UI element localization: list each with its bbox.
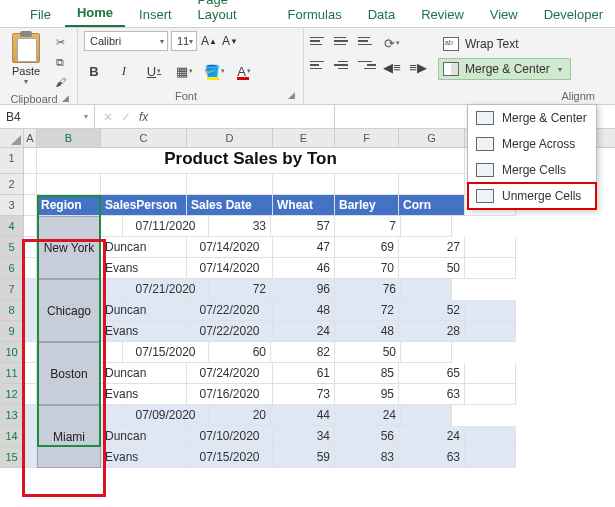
data-cell[interactable]: 61 — [273, 363, 335, 384]
data-cell[interactable]: 07/10/2020 — [187, 426, 273, 447]
row-header[interactable]: 6 — [0, 258, 24, 279]
data-cell[interactable]: 59 — [273, 447, 335, 468]
data-cell[interactable]: 69 — [335, 237, 399, 258]
tab-home[interactable]: Home — [65, 0, 125, 27]
region-cell[interactable]: Boston — [37, 342, 101, 405]
row-header[interactable]: 7 — [0, 279, 24, 300]
header-cell[interactable]: Wheat — [273, 195, 335, 216]
data-cell[interactable]: 70 — [335, 258, 399, 279]
data-cell[interactable]: 63 — [399, 447, 465, 468]
merge-across-item[interactable]: Merge Across — [468, 131, 596, 157]
paste-button[interactable]: Paste ▾ — [6, 31, 46, 91]
region-cell[interactable]: Miami — [37, 405, 101, 468]
data-cell[interactable]: 48 — [273, 300, 335, 321]
data-cell[interactable]: 33 — [209, 216, 271, 237]
row-header[interactable]: 8 — [0, 300, 24, 321]
row-header[interactable]: 13 — [0, 405, 24, 426]
col-header-e[interactable]: E — [273, 129, 335, 147]
col-header-a[interactable]: A — [24, 129, 37, 147]
data-cell[interactable]: 82 — [271, 342, 335, 363]
data-cell[interactable]: 27 — [399, 237, 465, 258]
data-cell[interactable]: Duncan — [101, 237, 187, 258]
col-header-c[interactable]: C — [101, 129, 187, 147]
data-cell[interactable]: 63 — [399, 384, 465, 405]
row-header[interactable]: 11 — [0, 363, 24, 384]
col-header-b[interactable]: B — [37, 129, 101, 147]
data-cell[interactable]: Evans — [101, 447, 187, 468]
data-cell[interactable]: 7 — [335, 216, 401, 237]
row-header[interactable]: 3 — [0, 195, 24, 216]
increase-indent-button[interactable]: ≡▶ — [408, 57, 428, 77]
data-cell[interactable]: 07/11/2020 — [123, 216, 209, 237]
row-header[interactable]: 2 — [0, 174, 24, 195]
tab-data[interactable]: Data — [356, 1, 407, 27]
data-cell[interactable]: 72 — [209, 279, 271, 300]
col-header-d[interactable]: D — [187, 129, 273, 147]
align-middle-button[interactable] — [334, 33, 352, 49]
align-top-button[interactable] — [310, 33, 328, 49]
tab-developer[interactable]: Developer — [532, 1, 615, 27]
title-cell[interactable]: Product Sales by Ton — [37, 148, 465, 174]
data-cell[interactable]: 07/21/2020 — [123, 279, 209, 300]
tab-page-layout[interactable]: Page Layout — [186, 0, 274, 27]
align-center-button[interactable] — [334, 57, 352, 73]
orientation-button[interactable]: ⟳▾ — [382, 33, 402, 53]
tab-view[interactable]: View — [478, 1, 530, 27]
data-cell[interactable]: 48 — [335, 321, 399, 342]
data-cell[interactable]: 85 — [335, 363, 399, 384]
col-header-f[interactable]: F — [335, 129, 399, 147]
data-cell[interactable]: 07/22/2020 — [187, 321, 273, 342]
font-size-combo[interactable]: 11▾ — [171, 31, 197, 51]
data-cell[interactable]: 44 — [271, 405, 335, 426]
data-cell[interactable]: 46 — [273, 258, 335, 279]
fill-color-button[interactable]: 🪣▾ — [204, 61, 224, 81]
row-header[interactable]: 10 — [0, 342, 24, 363]
font-name-combo[interactable]: Calibri▾ — [84, 31, 168, 51]
select-all-corner[interactable] — [0, 129, 24, 147]
tab-formulas[interactable]: Formulas — [276, 1, 354, 27]
data-cell[interactable]: 50 — [335, 342, 401, 363]
header-cell[interactable]: SalesPerson — [101, 195, 187, 216]
data-cell[interactable]: 07/24/2020 — [187, 363, 273, 384]
data-cell[interactable]: 56 — [335, 426, 399, 447]
clipboard-launcher-icon[interactable]: ◢ — [62, 93, 69, 103]
row-header[interactable]: 12 — [0, 384, 24, 405]
data-cell[interactable]: 50 — [399, 258, 465, 279]
data-cell[interactable]: Evans — [101, 258, 187, 279]
region-cell[interactable]: Chicago — [37, 279, 101, 342]
row-header[interactable]: 1 — [0, 148, 24, 174]
unmerge-cells-item[interactable]: Unmerge Cells — [468, 183, 596, 209]
data-cell[interactable]: 07/16/2020 — [187, 384, 273, 405]
data-cell[interactable]: 07/09/2020 — [123, 405, 209, 426]
data-cell[interactable]: Duncan — [101, 300, 187, 321]
data-cell[interactable]: 76 — [335, 279, 401, 300]
header-cell[interactable]: Corn — [399, 195, 465, 216]
col-header-g[interactable]: G — [399, 129, 465, 147]
data-cell[interactable]: 07/22/2020 — [187, 300, 273, 321]
header-cell[interactable]: Region — [37, 195, 101, 216]
format-painter-button[interactable]: 🖌 — [50, 73, 70, 91]
data-cell[interactable]: 60 — [209, 342, 271, 363]
merge-cells-item[interactable]: Merge Cells — [468, 157, 596, 183]
align-bottom-button[interactable] — [358, 33, 376, 49]
borders-button[interactable]: ▦▾ — [174, 61, 194, 81]
data-cell[interactable]: 52 — [399, 300, 465, 321]
data-cell[interactable]: 96 — [271, 279, 335, 300]
italic-button[interactable]: I — [114, 61, 134, 81]
insert-function-button[interactable]: fx — [139, 110, 148, 124]
tab-review[interactable]: Review — [409, 1, 476, 27]
data-cell[interactable]: 07/15/2020 — [187, 447, 273, 468]
copy-button[interactable]: ⧉ — [50, 53, 70, 71]
cut-button[interactable]: ✂ — [50, 33, 70, 51]
row-header[interactable]: 9 — [0, 321, 24, 342]
bold-button[interactable]: B — [84, 61, 104, 81]
data-cell[interactable]: 72 — [335, 300, 399, 321]
data-cell[interactable]: 24 — [399, 426, 465, 447]
row-header[interactable]: 5 — [0, 237, 24, 258]
header-cell[interactable]: Sales Date — [187, 195, 273, 216]
data-cell[interactable]: 47 — [273, 237, 335, 258]
data-cell[interactable]: 57 — [271, 216, 335, 237]
data-cell[interactable]: 20 — [209, 405, 271, 426]
data-cell[interactable]: 07/14/2020 — [187, 237, 273, 258]
merge-center-button[interactable]: Merge & Center ▾ — [438, 58, 571, 80]
